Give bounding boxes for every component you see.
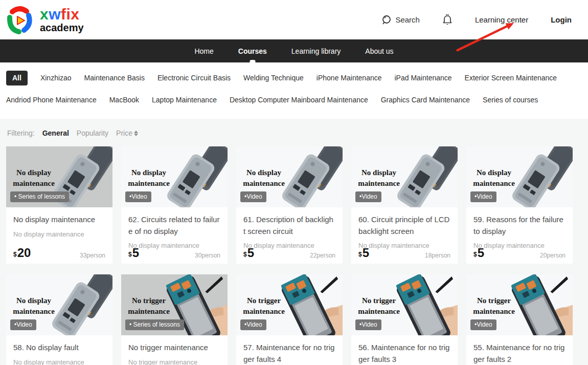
category-chip[interactable]: All — [6, 71, 28, 85]
thumbnail-caption: No display maintenance — [7, 295, 60, 317]
filtering-label: Filtering: — [7, 129, 35, 137]
course-type-badge: •Video — [470, 191, 496, 202]
currency-symbol: $ — [358, 251, 362, 259]
course-price: $5 — [128, 247, 139, 259]
course-thumbnail: No trigger maintenance • Series of lesso… — [121, 274, 228, 335]
course-price: $20 — [13, 247, 31, 259]
course-card[interactable]: No display maintenance •Video 60. Circui… — [351, 146, 458, 264]
course-thumbnail: No trigger maintenance •Video — [236, 274, 343, 335]
course-type-badge: •Video — [470, 319, 496, 330]
category-chip[interactable]: Graphics Card Maintenance — [381, 96, 470, 104]
course-card[interactable]: No display maintenance •Video 59. Reason… — [466, 146, 573, 264]
thumbnail-caption: No display maintenance — [467, 167, 521, 189]
thumbnail-caption: No trigger maintenance — [467, 295, 521, 317]
header-actions: Search Learning center Login — [381, 14, 572, 26]
search-icon — [381, 15, 392, 25]
thumbnail-caption: No trigger maintenance — [237, 295, 290, 317]
brand-subtitle: academy — [40, 23, 84, 33]
active-tab-indicator — [250, 60, 255, 62]
course-card[interactable]: No display maintenance •Video 58. No dis… — [6, 274, 112, 365]
sort-option-price[interactable]: Price — [116, 129, 138, 137]
course-card[interactable]: No display maintenance •Video 62. Circui… — [121, 146, 228, 264]
course-title: 59. Reasons for the failure to display — [473, 214, 566, 237]
course-thumbnail: No display maintenance •Video — [351, 146, 458, 207]
category-chip[interactable]: iPad Maintenance — [395, 74, 452, 82]
course-title: 58. No display fault — [13, 342, 105, 354]
course-card[interactable]: No trigger maintenance •Video 56. Mainte… — [351, 274, 458, 365]
course-price: $5 — [473, 247, 484, 259]
course-type-badge: •Video — [10, 319, 36, 330]
course-subtitle: No display maintenance — [13, 358, 105, 365]
course-title: No display maintenance — [13, 214, 105, 226]
course-card[interactable]: No trigger maintenance •Video 55. Mainte… — [466, 274, 573, 365]
learning-center-link[interactable]: Learning center — [475, 15, 528, 24]
thumbnail-caption: No trigger maintenance — [352, 295, 405, 317]
course-subtitle: No trigger maintenance — [128, 358, 220, 365]
course-card[interactable]: No display maintenance • Series of lesso… — [6, 146, 112, 264]
course-type-badge: •Video — [125, 191, 151, 202]
course-thumbnail: No display maintenance •Video — [121, 146, 228, 207]
nav-item-learning-library[interactable]: Learning library — [289, 39, 343, 62]
category-chip[interactable]: MacBook — [109, 96, 139, 104]
course-type-badge: • Series of lessons — [10, 191, 69, 202]
brand-letter: w — [49, 6, 61, 23]
course-grid: No display maintenance • Series of lesso… — [0, 146, 588, 365]
main-navbar: Home Courses Learning library About us — [0, 39, 588, 62]
sort-option-general[interactable]: General — [42, 129, 69, 137]
nav-item-courses[interactable]: Courses — [236, 39, 269, 62]
sort-filter-bar: Filtering: General Popularity Price — [0, 129, 588, 146]
nav-item-home[interactable]: Home — [192, 39, 215, 62]
course-title: No trigger maintenance — [128, 342, 220, 354]
category-chip[interactable]: iPhone Maintenance — [316, 74, 382, 82]
course-price: $5 — [243, 247, 254, 259]
category-chip[interactable]: Andriod Phone Maintenance — [6, 96, 97, 104]
course-type-badge: •Video — [240, 191, 266, 202]
thumbnail-caption: No display maintenance — [122, 167, 175, 189]
category-chip[interactable]: Xinzhizao — [40, 74, 72, 82]
category-chip[interactable]: Electronic Circuit Basis — [157, 74, 231, 82]
currency-symbol: $ — [128, 251, 132, 259]
login-link[interactable]: Login — [551, 15, 572, 24]
course-title: 57. Maintenance for no trigger faults 4 — [243, 342, 335, 365]
currency-symbol: $ — [243, 251, 247, 259]
course-type-badge: •Video — [355, 319, 381, 330]
course-thumbnail: No trigger maintenance •Video — [466, 274, 573, 335]
category-chip[interactable]: Exterior Screen Maintenance — [465, 74, 557, 82]
course-student-count: 20person — [540, 252, 566, 259]
brand-word: xwfix — [40, 6, 84, 23]
course-type-badge: •Video — [240, 319, 266, 330]
category-chip[interactable]: Laptop Maintenance — [152, 96, 217, 104]
course-thumbnail: No display maintenance •Video — [6, 274, 112, 335]
course-thumbnail: No trigger maintenance •Video — [351, 274, 458, 335]
course-list-section: Filtering: General Popularity Price No d… — [0, 119, 588, 365]
brand-logo-icon — [5, 5, 34, 35]
notifications-button[interactable] — [442, 14, 453, 26]
course-student-count: 33person — [80, 252, 105, 259]
category-chip[interactable]: Series of courses — [483, 96, 538, 104]
course-card[interactable]: No trigger maintenance •Video 57. Mainte… — [236, 274, 343, 365]
brand-logo[interactable]: xwfix academy — [5, 5, 84, 35]
sort-option-popularity[interactable]: Popularity — [77, 129, 108, 137]
bell-icon — [442, 14, 453, 26]
course-price: $5 — [358, 247, 369, 259]
course-type-badge: • Series of lessons — [125, 319, 184, 330]
top-header: xwfix academy Search Learning center Log… — [0, 0, 588, 39]
category-chip[interactable]: Maintenance Basis — [84, 74, 145, 82]
course-student-count: 30person — [195, 252, 220, 259]
course-student-count: 22person — [310, 252, 335, 259]
course-student-count: 18person — [425, 252, 450, 259]
course-thumbnail: No display maintenance •Video — [236, 146, 343, 207]
category-filter-bar: All Xinzhizao Maintenance Basis Electron… — [0, 62, 588, 119]
course-card[interactable]: No display maintenance •Video 61. Descri… — [236, 146, 343, 264]
course-subtitle: No display maintenance — [13, 230, 105, 238]
thumbnail-caption: No trigger maintenance — [122, 295, 175, 317]
nav-item-about-us[interactable]: About us — [363, 39, 395, 62]
course-card[interactable]: No trigger maintenance • Series of lesso… — [121, 274, 228, 365]
category-chip[interactable]: Welding Technique — [243, 74, 304, 82]
course-title: 55. Maintenance for no trigger faults 2 — [473, 342, 566, 365]
brand-letter: x — [40, 6, 49, 23]
search-label: Search — [395, 15, 420, 24]
course-type-badge: •Video — [355, 191, 381, 202]
category-chip[interactable]: Desktop Computer Mainboard Maintenance — [230, 96, 368, 104]
search-button[interactable]: Search — [381, 15, 420, 25]
